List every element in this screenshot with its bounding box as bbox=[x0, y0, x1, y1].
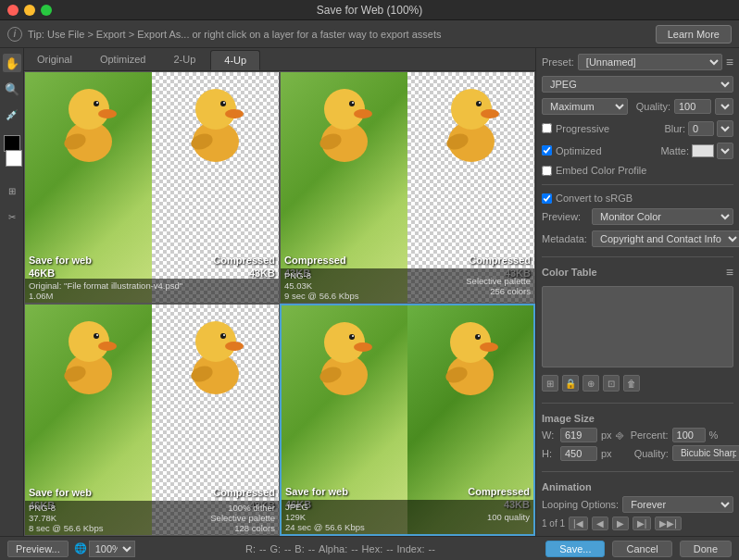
preview-options: 🌐 100% bbox=[74, 541, 135, 557]
zoom-tool[interactable]: 🔍 bbox=[3, 80, 21, 98]
slice-tool[interactable]: ✂ bbox=[3, 207, 21, 226]
quality-input[interactable] bbox=[674, 99, 711, 114]
optimized-checkbox[interactable] bbox=[542, 145, 552, 156]
preview-select[interactable]: Monitor Color bbox=[592, 208, 733, 225]
close-button[interactable] bbox=[7, 5, 19, 16]
ct-lock-btn[interactable]: 🔒 bbox=[562, 375, 579, 392]
tab-original[interactable]: Original bbox=[24, 50, 85, 70]
ct-web-btn[interactable]: ⊕ bbox=[582, 375, 599, 392]
looping-row: Looping Options: Forever bbox=[542, 496, 733, 513]
tab-2up[interactable]: 2-Up bbox=[160, 50, 208, 70]
color-table-label: Color Table bbox=[542, 267, 597, 278]
r-value: -- bbox=[259, 543, 266, 554]
blur-input[interactable] bbox=[688, 121, 714, 136]
progressive-row: Progressive bbox=[542, 123, 609, 134]
ct-map-btn[interactable]: ⊞ bbox=[542, 375, 558, 392]
matte-select[interactable]: ▾ bbox=[717, 143, 733, 159]
ct-new-btn[interactable]: ⊡ bbox=[603, 375, 620, 392]
anim-first-btn[interactable]: |◀ bbox=[569, 516, 588, 530]
quality2-label: Quality: bbox=[634, 448, 669, 459]
quality2-select[interactable]: Bicubic Sharper bbox=[672, 445, 739, 461]
cancel-button[interactable]: Cancel bbox=[612, 541, 671, 557]
height-row: H: px Quality: Bicubic Sharper bbox=[542, 445, 733, 461]
tab-4up[interactable]: 4-Up bbox=[210, 50, 260, 70]
right-panel: Preset: [Unnamed] ≡ JPEG Maximum Quality… bbox=[535, 48, 739, 536]
maximize-button[interactable] bbox=[41, 5, 52, 16]
hand-tool[interactable]: ✋ bbox=[3, 54, 21, 72]
convert-srgb-checkbox[interactable] bbox=[542, 193, 552, 204]
quality-select[interactable]: ▾ bbox=[715, 98, 733, 115]
learn-more-button[interactable]: Learn More bbox=[656, 25, 732, 44]
metadata-select[interactable]: Copyright and Contact Info bbox=[592, 230, 739, 247]
preset-select[interactable]: [Unnamed] bbox=[578, 54, 722, 70]
width-input[interactable] bbox=[560, 428, 597, 442]
image-map-tool[interactable]: ⊞ bbox=[3, 181, 21, 200]
svg-point-26 bbox=[98, 342, 117, 351]
done-button[interactable]: Done bbox=[680, 541, 732, 557]
svg-point-19 bbox=[451, 89, 492, 130]
matte-row: Matte: ▾ bbox=[660, 143, 733, 159]
format-row: JPEG bbox=[542, 76, 733, 93]
separator-3 bbox=[542, 403, 733, 404]
page-counter: 1 of 1 bbox=[542, 518, 565, 529]
minimize-button[interactable] bbox=[24, 5, 35, 16]
q4-comp-label: Compressed bbox=[468, 486, 530, 497]
q3-size: 37.78K bbox=[29, 513, 103, 523]
embed-color-checkbox[interactable] bbox=[542, 166, 552, 176]
preview-button[interactable]: Preview... bbox=[7, 541, 69, 557]
blur-select[interactable]: ▾ bbox=[717, 120, 733, 137]
tip-text: Tip: Use File > Export > Export As... or… bbox=[28, 29, 650, 40]
svg-point-22 bbox=[479, 102, 481, 104]
q2-dither: Selective palette bbox=[466, 276, 531, 286]
q1-label1: Save for web bbox=[29, 255, 92, 266]
q1-compressed-size: 43KB bbox=[249, 268, 275, 279]
matte-label: Matte: bbox=[660, 145, 689, 156]
looping-select[interactable]: Forever bbox=[622, 496, 733, 513]
metadata-label: Metadata: bbox=[542, 233, 588, 244]
format-select[interactable]: JPEG bbox=[542, 76, 733, 93]
bottom-bar: Preview... 🌐 100% R: -- G: -- B: -- Alph… bbox=[0, 536, 739, 560]
anim-next-btn[interactable]: ▶| bbox=[633, 516, 652, 530]
svg-point-43 bbox=[450, 322, 491, 363]
title-bar: Save for Web (100%) bbox=[0, 0, 739, 20]
matte-color-swatch[interactable] bbox=[692, 144, 714, 157]
svg-point-25 bbox=[69, 321, 109, 362]
color-table-menu-icon[interactable]: ≡ bbox=[726, 265, 733, 280]
quadrant-1[interactable]: Save for web Compressed 46KB 43KB Origin… bbox=[24, 71, 280, 304]
compression-select[interactable]: Maximum bbox=[542, 98, 628, 115]
g-label: G: bbox=[269, 543, 281, 554]
preset-menu-icon[interactable]: ≡ bbox=[726, 55, 733, 69]
percent-input[interactable] bbox=[672, 428, 706, 442]
quadrant-2[interactable]: Compressed Compressed 43KB 43KB PNG-8 45… bbox=[280, 71, 535, 304]
height-input[interactable] bbox=[560, 446, 597, 461]
svg-point-38 bbox=[354, 342, 372, 352]
q2-size: 45.03K bbox=[284, 280, 358, 291]
looping-label: Looping Options: bbox=[542, 499, 619, 510]
bottom-right: Save... Cancel Done bbox=[545, 541, 732, 557]
separator-1 bbox=[542, 184, 733, 185]
q3-info: PNG-8 37.78K 8 sec @ 56.6 Kbps 100% dith… bbox=[25, 501, 279, 535]
center-panel: Original Optimized 2-Up 4-Up bbox=[24, 48, 535, 536]
anim-play-btn[interactable]: ▶ bbox=[612, 516, 629, 530]
progressive-checkbox[interactable] bbox=[542, 123, 552, 133]
save-button[interactable]: Save... bbox=[545, 541, 605, 557]
height-label: H: bbox=[542, 448, 557, 459]
q2-format: PNG-8 bbox=[284, 270, 358, 280]
q1-info-line1: Original: "File format illustration-v4.p… bbox=[29, 280, 275, 291]
tab-optimized[interactable]: Optimized bbox=[87, 50, 159, 70]
zoom-select[interactable]: 100% bbox=[89, 541, 135, 557]
image-size-label: Image Size bbox=[542, 413, 733, 424]
anim-last-btn[interactable]: ▶▶| bbox=[655, 516, 682, 530]
quadrant-3[interactable]: Save for web Compressed 46KB 43KB PNG-8 … bbox=[24, 304, 280, 536]
anim-prev-btn[interactable]: ◀ bbox=[592, 516, 608, 530]
link-icon[interactable]: ⎆ bbox=[616, 429, 623, 442]
background-color[interactable] bbox=[6, 150, 22, 167]
ct-delete-btn[interactable]: 🗑 bbox=[623, 375, 640, 392]
quadrant-4[interactable]: Save for web Compressed 46KB 43KB JPEG 1… bbox=[280, 304, 535, 536]
index-value: -- bbox=[429, 543, 435, 554]
q2-info: PNG-8 45.03K 9 sec @ 56.6 Kbps Selective… bbox=[281, 268, 534, 303]
index-label: Index: bbox=[397, 543, 425, 554]
svg-point-31 bbox=[195, 321, 236, 362]
svg-point-15 bbox=[349, 101, 355, 106]
eyedropper-tool[interactable]: 💉 bbox=[3, 106, 21, 124]
